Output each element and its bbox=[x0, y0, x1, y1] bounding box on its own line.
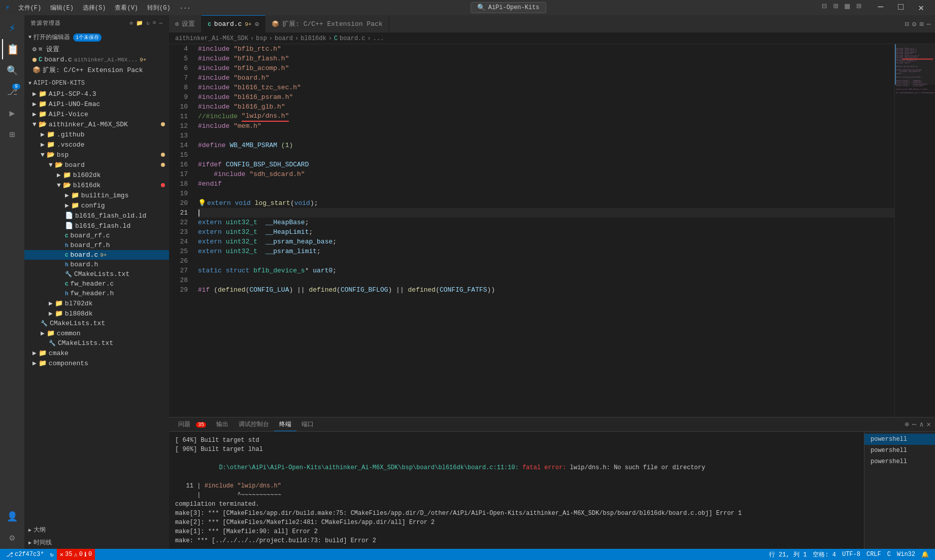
refresh-icon[interactable]: ↻ bbox=[146, 20, 150, 26]
tree-bl616-flash-old[interactable]: 📄 bl616_flash_old.ld bbox=[24, 211, 169, 221]
menu-file[interactable]: 文件(F) bbox=[14, 3, 46, 13]
tree-aipi-uno[interactable]: ▶ 📁 AiPi-UNO-Emac bbox=[24, 99, 169, 109]
status-encoding[interactable]: UTF-8 bbox=[839, 549, 863, 560]
tree-cmake1[interactable]: 🔧 CMakeLists.txt bbox=[24, 269, 169, 279]
tab-settings[interactable]: ⚙ 设置 bbox=[169, 15, 202, 32]
menu-edit[interactable]: 编辑(E) bbox=[46, 3, 78, 13]
panel-tab-problems[interactable]: 问题 35 bbox=[173, 418, 211, 431]
outline-section[interactable]: ▶ 大纲 bbox=[24, 523, 169, 536]
status-spaces[interactable]: 空格: 4 bbox=[810, 549, 839, 560]
status-position[interactable]: 行 21, 列 1 bbox=[766, 549, 810, 560]
tree-board-h[interactable]: h board.h bbox=[24, 260, 169, 269]
sidebar-icon[interactable]: ▦ bbox=[845, 1, 850, 14]
panel-tab-output[interactable]: 输出 bbox=[211, 418, 233, 431]
grid-icon[interactable]: ⊞ bbox=[856, 1, 861, 14]
breadcrumb-board-c[interactable]: board.c bbox=[340, 35, 365, 42]
tree-bl616-flash[interactable]: 📄 bl616_flash.ld bbox=[24, 221, 169, 231]
maximize-button[interactable]: □ bbox=[892, 1, 910, 14]
tree-bl602dk[interactable]: ▶ 📁 bl602dk bbox=[24, 170, 169, 180]
activity-explorer[interactable]: 📋 bbox=[2, 39, 22, 59]
tree-aipi-scp[interactable]: ▶ 📁 AiPi-SCP-4.3 bbox=[24, 89, 169, 99]
panel-more-btn[interactable]: ⋯ bbox=[912, 420, 916, 429]
activity-run[interactable]: ▶ bbox=[2, 103, 22, 123]
menu-view[interactable]: 查看(V) bbox=[111, 3, 142, 13]
tree-cmake-common[interactable]: 🔧 CMakeLists.txt bbox=[24, 338, 169, 348]
status-git-branch[interactable]: ⎇ c2f47c3* bbox=[3, 549, 47, 560]
activity-account[interactable]: 👤 bbox=[2, 506, 22, 527]
status-line-ending[interactable]: CRLF bbox=[863, 549, 884, 560]
activity-search[interactable]: 🔍 bbox=[2, 60, 22, 81]
tree-cmake-root[interactable]: 🔧 CMakeLists.txt bbox=[24, 319, 169, 328]
status-language[interactable]: C bbox=[884, 549, 894, 560]
more-actions-btn[interactable]: ⋯ bbox=[927, 20, 931, 28]
new-folder-icon[interactable]: 📁 bbox=[136, 20, 144, 26]
split-editor-btn[interactable]: ⊟ bbox=[905, 20, 909, 28]
panel-close-btn[interactable]: ✕ bbox=[927, 420, 931, 429]
breadcrumb-bsp[interactable]: bsp bbox=[256, 35, 267, 42]
collapse-icon[interactable]: ≡ bbox=[153, 20, 157, 26]
chevron-board: ▼ bbox=[49, 161, 53, 169]
close-button[interactable]: ✕ bbox=[912, 1, 930, 14]
split-editor-icon[interactable]: ⊟ bbox=[822, 1, 827, 14]
minimize-button[interactable]: ─ bbox=[872, 1, 890, 14]
timeline-section[interactable]: ▶ 时间线 bbox=[24, 536, 169, 549]
project-section[interactable]: ▼ AIPI-OPEN-KITS bbox=[24, 78, 169, 89]
open-editors-section[interactable]: ▼ 打开的编辑器 1个未保存 bbox=[24, 31, 169, 44]
panel-tab-debug-console[interactable]: 调试控制台 bbox=[233, 418, 274, 431]
terminal-item-3[interactable]: powershell bbox=[864, 456, 935, 467]
activity-extensions[interactable]: ⊞ bbox=[2, 124, 22, 145]
tree-cmake-folder[interactable]: ▶ 📁 cmake bbox=[24, 348, 169, 358]
status-notifications[interactable]: 🔔 bbox=[918, 549, 932, 560]
tree-fw-header-h[interactable]: h fw_header.h bbox=[24, 289, 169, 298]
breadcrumb-bl616dk[interactable]: bl616dk bbox=[300, 35, 326, 42]
new-file-icon[interactable]: ⊕ bbox=[130, 20, 134, 26]
terminal-item-1[interactable]: powershell bbox=[864, 434, 935, 445]
tab-board-c[interactable]: C board.c 9+ ⊙ bbox=[202, 15, 265, 32]
tree-bl808dk[interactable]: ▶ 📁 bl808dk bbox=[24, 308, 169, 319]
title-search-text[interactable]: AiPi-Open-Kits bbox=[488, 4, 540, 11]
breadcrumb-more[interactable]: ... bbox=[373, 35, 384, 42]
board-c-tab-close[interactable]: ⊙ bbox=[255, 20, 259, 28]
panel-tab-ports[interactable]: 端口 bbox=[296, 418, 319, 431]
tree-aithinker[interactable]: ▼ 📂 aithinker_Ai-M6X_SDK bbox=[24, 119, 169, 129]
tree-builtin-imgs[interactable]: ▶ 📁 builtin_imgs bbox=[24, 190, 169, 200]
tree-board[interactable]: ▼ 📂 board bbox=[24, 160, 169, 170]
tree-config[interactable]: ▶ 📁 config bbox=[24, 200, 169, 211]
status-sync[interactable]: ↻ bbox=[47, 549, 57, 560]
tab-extension[interactable]: 📦 扩展: C/C++ Extension Pack bbox=[265, 15, 389, 32]
open-file-board-c[interactable]: C board.c aithinker_Ai-M6X... 9+ bbox=[24, 55, 169, 64]
breadcrumb-sdk[interactable]: aithinker_Ai-M6X_SDK bbox=[175, 35, 248, 42]
activity-source-control[interactable]: ⎇ 9 bbox=[2, 82, 22, 102]
add-terminal-btn[interactable]: ⊕ bbox=[905, 420, 909, 429]
tree-fw-header-c[interactable]: C fw_header.c bbox=[24, 279, 169, 289]
menu-more[interactable]: ... bbox=[176, 3, 195, 13]
tree-aipi-voice[interactable]: ▶ 📁 AiPi-Voice bbox=[24, 109, 169, 119]
tree-github[interactable]: ▶ 📁 .github bbox=[24, 129, 169, 139]
layout-btn[interactable]: ⊞ bbox=[919, 20, 923, 28]
tree-board-c[interactable]: C board.c 9+ bbox=[24, 250, 169, 260]
tree-components[interactable]: ▶ 📁 components bbox=[24, 358, 169, 368]
tree-board-rf-c[interactable]: C board_rf.c bbox=[24, 231, 169, 240]
tree-vscode[interactable]: ▶ 📁 .vscode bbox=[24, 139, 169, 150]
status-errors[interactable]: ✕ 35 ⚠ 0 ℹ 0 bbox=[57, 549, 95, 560]
open-file-settings[interactable]: ⚙ ≡ 设置 bbox=[24, 44, 169, 55]
more-icon[interactable]: ⋯ bbox=[159, 20, 163, 26]
panel-content[interactable]: [ 64%] Built target std [ 96%] Built tar… bbox=[169, 432, 864, 549]
panel-layout-icon[interactable]: ⊞ bbox=[833, 1, 839, 14]
tree-board-rf-h[interactable]: h board_rf.h bbox=[24, 240, 169, 250]
breadcrumb-board[interactable]: board bbox=[275, 35, 293, 42]
menu-select[interactable]: 选择(S) bbox=[79, 3, 110, 13]
panel-expand-btn[interactable]: ∧ bbox=[919, 420, 923, 429]
status-platform[interactable]: Win32 bbox=[894, 549, 918, 560]
terminal-item-2[interactable]: powershell bbox=[864, 445, 935, 456]
code-content[interactable]: #include "bflb_rtc.h" #include "bflb_fla… bbox=[192, 44, 894, 417]
tree-bl616dk[interactable]: ▼ 📂 bl616dk bbox=[24, 180, 169, 190]
tree-bl702dk[interactable]: ▶ 📁 bl702dk bbox=[24, 298, 169, 308]
panel-tab-terminal[interactable]: 终端 bbox=[274, 418, 296, 431]
menu-goto[interactable]: 转到(G) bbox=[143, 3, 175, 13]
tree-bsp[interactable]: ▼ 📂 bsp bbox=[24, 150, 169, 160]
open-file-extension[interactable]: 📦 扩展: C/C++ Extension Pack bbox=[24, 64, 169, 76]
settings-gear-btn[interactable]: ⚙ bbox=[912, 20, 916, 28]
tree-common[interactable]: ▶ 📁 common bbox=[24, 328, 169, 338]
activity-settings[interactable]: ⚙ bbox=[2, 528, 22, 548]
